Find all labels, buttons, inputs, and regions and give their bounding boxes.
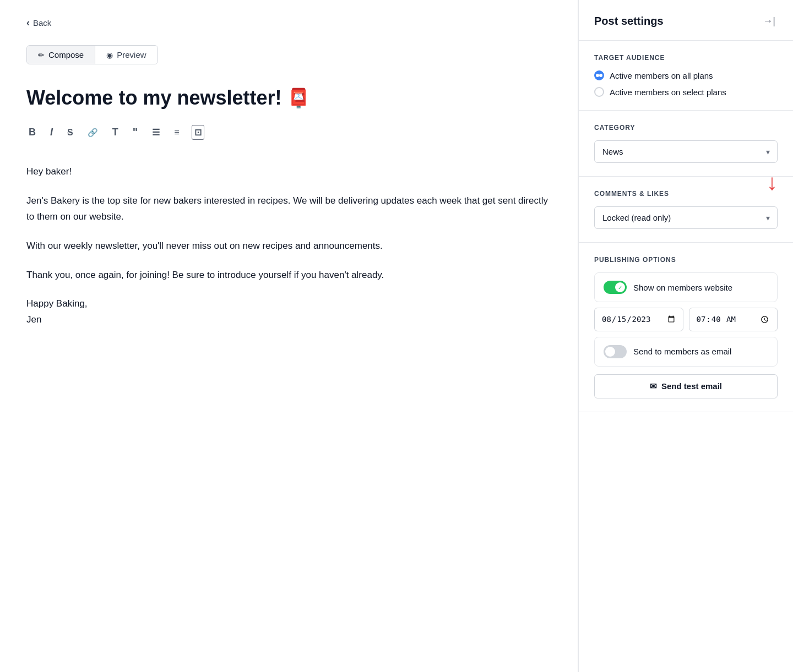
italic-button[interactable]: I xyxy=(48,125,55,139)
toggle-check-icon: ✓ xyxy=(618,285,622,291)
show-on-website-option: ✓ Show on members website xyxy=(594,272,778,302)
comments-likes-select[interactable]: Locked (read only) Enabled Disabled xyxy=(594,206,778,229)
radio-all-plans-circle xyxy=(594,70,604,80)
publishing-options-section: PUBLISHING OPTIONS ✓ Show on members web… xyxy=(579,243,793,412)
category-label: CATEGORY xyxy=(594,124,778,132)
body-paragraph-4: Happy Baking,Jen xyxy=(26,296,551,328)
target-audience-label: TARGET AUDIENCE xyxy=(594,54,778,62)
back-link[interactable]: ‹ Back xyxy=(26,18,551,28)
post-body: Hey baker! Jen's Bakery is the top site … xyxy=(26,164,551,328)
show-on-website-label: Show on members website xyxy=(633,283,732,292)
comments-likes-section: COMMENTS & LIKES Locked (read only) Enab… xyxy=(579,177,793,243)
eye-icon: ◉ xyxy=(106,51,113,59)
editor-tabs: ✏ Compose ◉ Preview xyxy=(26,45,158,64)
publish-time-input[interactable] xyxy=(689,308,778,331)
post-title-emoji: 📮 xyxy=(287,87,310,109)
post-title: Welcome to my newsletter! 📮 xyxy=(26,86,551,110)
link-button[interactable]: 🔗 xyxy=(85,127,100,139)
collapse-button[interactable]: →| xyxy=(761,13,778,29)
send-as-email-option: Send to members as email xyxy=(594,337,778,367)
chevron-left-icon: ‹ xyxy=(26,18,30,28)
publish-date-input[interactable] xyxy=(594,308,683,331)
target-audience-section: TARGET AUDIENCE Active members on all pl… xyxy=(579,41,793,111)
unordered-list-button[interactable]: ☰ xyxy=(150,126,162,139)
pencil-icon: ✏ xyxy=(38,51,45,59)
comments-likes-select-wrapper: Locked (read only) Enabled Disabled ▾ xyxy=(594,206,778,229)
radio-select-plans-circle xyxy=(594,87,604,97)
text-size-button[interactable]: T xyxy=(110,125,121,139)
strikethrough-button[interactable]: S xyxy=(65,127,75,139)
category-section: CATEGORY News Announcements Updates ▾ xyxy=(579,111,793,177)
expand-icon: →| xyxy=(763,15,775,26)
settings-title: Post settings xyxy=(594,15,664,28)
preview-tab[interactable]: ◉ Preview xyxy=(95,46,157,64)
back-label: Back xyxy=(33,18,51,28)
red-down-arrow-icon: ↓ xyxy=(767,171,778,193)
settings-header: Post settings →| xyxy=(579,0,793,41)
radio-all-plans-label: Active members on all plans xyxy=(610,71,713,80)
body-paragraph-3: Thank you, once again, for joining! Be s… xyxy=(26,267,551,283)
body-paragraph-2: With our weekly newsletter, you'll never… xyxy=(26,238,551,254)
toggle-knob: ✓ xyxy=(615,282,625,292)
body-paragraph-0: Hey baker! xyxy=(26,164,551,180)
ordered-list-button[interactable]: ≡ xyxy=(172,127,181,139)
image-button[interactable]: ⊡ xyxy=(192,125,204,140)
radio-all-plans[interactable]: Active members on all plans xyxy=(594,70,778,80)
format-toolbar: B I S 🔗 T " ☰ ≡ ⊡ xyxy=(26,125,551,149)
show-on-website-toggle[interactable]: ✓ xyxy=(604,281,627,294)
body-paragraph-1: Jen's Bakery is the top site for new bak… xyxy=(26,193,551,225)
radio-select-plans[interactable]: Active members on select plans xyxy=(594,87,778,97)
publishing-options-label: PUBLISHING OPTIONS xyxy=(594,256,778,264)
comments-likes-label: COMMENTS & LIKES xyxy=(594,190,778,198)
editor-panel: ‹ Back ✏ Compose ◉ Preview Welcome to my… xyxy=(0,0,578,672)
bold-button[interactable]: B xyxy=(26,125,38,139)
datetime-row xyxy=(594,308,778,331)
compose-tab[interactable]: ✏ Compose xyxy=(27,46,95,64)
send-as-email-toggle[interactable] xyxy=(604,345,627,358)
settings-panel: Post settings →| TARGET AUDIENCE Active … xyxy=(578,0,793,672)
send-test-email-button[interactable]: ✉ Send test email xyxy=(594,374,778,398)
quote-button[interactable]: " xyxy=(131,125,140,140)
radio-select-plans-label: Active members on select plans xyxy=(610,88,726,97)
send-as-email-label: Send to members as email xyxy=(633,347,731,356)
send-email-toggle-knob xyxy=(605,347,615,357)
category-select-wrapper: News Announcements Updates ▾ xyxy=(594,140,778,163)
email-icon: ✉ xyxy=(650,381,657,391)
category-select[interactable]: News Announcements Updates xyxy=(594,140,778,163)
